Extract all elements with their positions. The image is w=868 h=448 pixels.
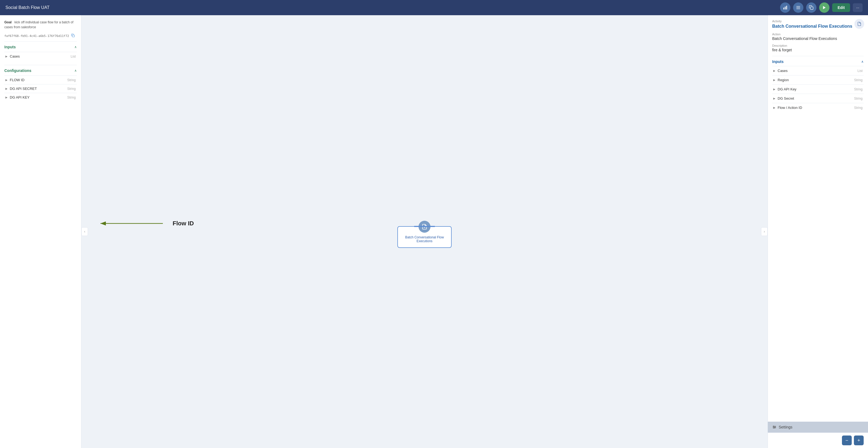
right-dg-secret-type: String xyxy=(854,97,863,100)
dg-api-key-chevron-icon[interactable]: ▶ xyxy=(5,96,8,99)
dg-api-key-label: DG API KEY xyxy=(10,95,30,99)
action-value: Batch Conversational Flow Executions xyxy=(772,36,864,41)
flow-id-label: FLOW ID xyxy=(10,78,24,82)
right-dg-api-key-chevron-icon[interactable]: ▶ xyxy=(773,88,775,91)
flow-id-annotation-text: Flow ID xyxy=(173,220,194,227)
main-layout: Goal kick off individual case flow for a… xyxy=(0,15,868,448)
right-panel-body: Activity Batch Conversational Flow Execu… xyxy=(768,15,868,223)
configurations-section-header: Configurations ∧ xyxy=(4,68,77,73)
flow-id-chevron-icon[interactable]: ▶ xyxy=(5,79,8,82)
inputs-label: Inputs xyxy=(4,45,16,49)
settings-icon xyxy=(772,425,777,429)
svg-rect-4 xyxy=(796,7,800,8)
right-inputs-section-header: Inputs ∧ xyxy=(772,59,864,64)
flow-id-value: faf67f68-fb91-4c41-a6b5-176f76d11f72 xyxy=(4,34,69,38)
configurations-label: Configurations xyxy=(4,68,31,73)
right-cases-label: Cases xyxy=(778,69,788,73)
node-top-bar xyxy=(414,226,435,227)
svg-point-16 xyxy=(773,426,774,426)
header: Social Batch Flow UAT Edit ··· xyxy=(0,0,868,15)
dg-api-key-type: String xyxy=(67,96,76,99)
canvas-nav-right[interactable]: › xyxy=(761,227,768,236)
flow-id-annotation: Flow ID xyxy=(98,218,194,229)
dg-api-secret-chevron-icon[interactable]: ▶ xyxy=(5,87,8,90)
zoom-minus-button[interactable]: − xyxy=(842,436,852,445)
activity-label: Activity xyxy=(772,20,864,23)
chart-icon-button[interactable] xyxy=(780,2,790,13)
right-cases-type: List xyxy=(858,69,863,73)
cases-type: List xyxy=(70,55,76,58)
cases-label: Cases xyxy=(10,54,20,58)
right-flow-action-id-chevron-icon[interactable]: ▶ xyxy=(773,106,775,109)
right-input-dg-api-key: ▶ DG API Key String xyxy=(772,84,864,94)
goal-text: kick off individual case flow for a batc… xyxy=(4,20,73,29)
copy-icon-button[interactable] xyxy=(806,2,816,13)
settings-label: Settings xyxy=(779,425,793,429)
header-actions: Edit ··· xyxy=(780,2,863,13)
right-input-cases: ▶ Cases List xyxy=(772,66,864,75)
flow-id-type: String xyxy=(67,78,76,82)
svg-rect-1 xyxy=(785,6,785,9)
description-label: Description xyxy=(772,44,864,47)
flow-id-row: faf67f68-fb91-4c41-a6b5-176f76d11f72 xyxy=(4,34,77,38)
left-config-dg-api-key: ▶ DG API KEY String xyxy=(4,93,77,101)
dg-api-secret-type: String xyxy=(67,87,76,91)
annotation-arrow-svg xyxy=(98,218,168,229)
svg-rect-6 xyxy=(810,7,813,9)
zoom-controls: − + xyxy=(768,432,868,448)
svg-rect-3 xyxy=(796,6,800,7)
flow-id-copy-icon[interactable] xyxy=(71,34,75,38)
doc-icon-button[interactable] xyxy=(855,19,864,29)
right-dg-api-key-type: String xyxy=(854,87,863,91)
activity-title: Batch Conversational Flow Executions xyxy=(772,24,864,29)
page-title: Social Batch Flow UAT xyxy=(5,5,50,10)
left-config-dg-api-secret: ▶ DG API SECRET String xyxy=(4,84,77,93)
left-input-cases: ▶ Cases List xyxy=(4,52,77,61)
settings-footer[interactable]: Settings xyxy=(768,422,868,432)
inputs-section-header: Inputs ∧ xyxy=(4,45,77,49)
right-dg-secret-chevron-icon[interactable]: ▶ xyxy=(773,97,775,100)
edit-button[interactable]: Edit xyxy=(832,3,850,12)
right-region-label: Region xyxy=(778,78,789,82)
svg-rect-8 xyxy=(72,35,75,37)
left-panel: Goal kick off individual case flow for a… xyxy=(0,15,82,448)
svg-rect-2 xyxy=(786,6,787,9)
left-config-flow-id: ▶ FLOW ID String xyxy=(4,76,77,84)
right-input-region: ▶ Region String xyxy=(772,75,864,84)
svg-rect-5 xyxy=(796,9,800,9)
goal-label: Goal xyxy=(4,20,12,24)
svg-point-18 xyxy=(774,428,774,428)
node-label: Batch Conversational Flow Executions xyxy=(404,235,444,243)
svg-point-17 xyxy=(775,427,775,428)
right-region-type: String xyxy=(854,78,863,82)
right-region-chevron-icon[interactable]: ▶ xyxy=(773,79,775,82)
right-dg-secret-label: DG Secret xyxy=(778,96,794,100)
batch-flow-node[interactable]: Batch Conversational Flow Executions xyxy=(397,226,452,248)
right-cases-chevron-icon[interactable]: ▶ xyxy=(773,69,775,72)
configurations-collapse-icon[interactable]: ∧ xyxy=(74,69,77,72)
right-flow-action-id-type: String xyxy=(854,106,863,110)
goal-section: Goal kick off individual case flow for a… xyxy=(4,20,77,29)
svg-rect-0 xyxy=(783,8,784,9)
svg-marker-7 xyxy=(823,6,826,9)
more-button[interactable]: ··· xyxy=(853,3,863,12)
right-input-flow-action-id: ▶ Flow / Action ID String xyxy=(772,103,864,112)
action-label: Action xyxy=(772,33,864,36)
right-inputs-label: Inputs xyxy=(772,59,783,64)
dg-api-secret-label: DG API SECRET xyxy=(10,87,37,91)
right-flow-action-id-label: Flow / Action ID xyxy=(778,106,802,110)
description-value: fire & forget xyxy=(772,48,864,52)
canvas-nav-left[interactable]: ‹ xyxy=(82,227,88,236)
right-dg-api-key-label: DG API Key xyxy=(778,87,796,91)
cases-chevron-icon[interactable]: ▶ xyxy=(5,55,8,58)
zoom-plus-button[interactable]: + xyxy=(854,436,864,445)
play-button[interactable] xyxy=(819,2,830,13)
right-inputs-collapse-icon[interactable]: ∧ xyxy=(861,60,864,63)
flow-canvas: ‹ › Flow ID xyxy=(82,15,768,448)
list-icon-button[interactable] xyxy=(793,2,803,13)
inputs-collapse-icon[interactable]: ∧ xyxy=(74,45,77,49)
right-input-dg-secret: ▶ DG Secret String xyxy=(772,94,864,103)
flow-node-wrapper: Batch Conversational Flow Executions xyxy=(397,226,452,248)
right-panel: Activity Batch Conversational Flow Execu… xyxy=(768,15,868,448)
